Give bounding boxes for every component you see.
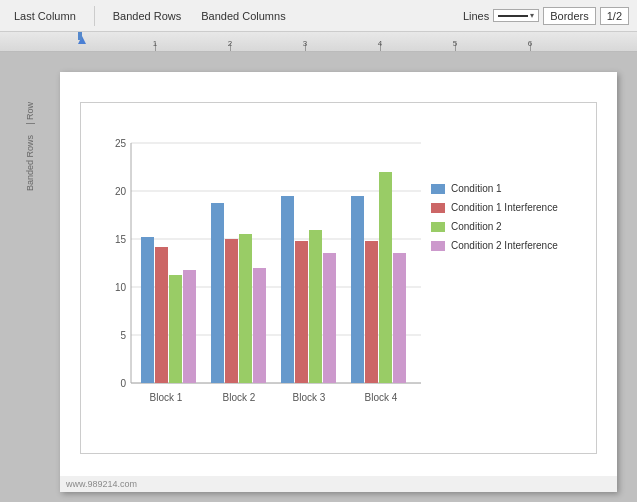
ruler-num-3: 3 [303,39,307,48]
y-label-15: 15 [115,234,127,245]
toolbar-banded-columns[interactable]: Banded Columns [195,8,291,24]
bar-b1-c1 [141,237,154,383]
legend-label-condition2: Condition 2 [451,221,502,232]
legend-item-condition1-interference: Condition 1 Interference [431,202,558,213]
chart-legend: Condition 1 Condition 1 Interference Con… [431,123,558,251]
ruler-indent-marker[interactable] [78,32,82,40]
y-label-5: 5 [120,330,126,341]
left-sidebar: | Row Banded Rows [0,52,60,502]
doc-page: 25 20 15 10 5 0 [60,72,617,492]
chart-svg-wrapper: 25 20 15 10 5 0 [91,123,586,423]
bar-b2-c2 [239,234,252,383]
y-label-25: 25 [115,138,127,149]
bar-b3-c1i [295,241,308,383]
toolbar-banded-rows[interactable]: Banded Rows [107,8,188,24]
ruler: 1 2 3 4 5 6 [0,32,637,52]
legend-item-condition2: Condition 2 [431,221,558,232]
x-label-block3: Block 3 [293,392,326,403]
chart-svg: 25 20 15 10 5 0 [91,123,421,423]
legend-label-condition1i: Condition 1 Interference [451,202,558,213]
toolbar-lines-group: Lines ▾ Borders 1/2 [463,7,629,25]
bar-b4-c1 [351,196,364,383]
toolbar: Last Column Banded Rows Banded Columns L… [0,0,637,32]
ruler-num-4: 4 [378,39,382,48]
ruler-num-6: 6 [528,39,532,48]
legend-swatch-condition1 [431,184,445,194]
toolbar-separator-1 [94,6,95,26]
toolbar-lines-dropdown[interactable]: ▾ [493,9,539,22]
bar-b2-c1i [225,239,238,383]
bar-b3-c1 [281,196,294,383]
bar-b4-c1i [365,241,378,383]
ruler-num-5: 5 [453,39,457,48]
toolbar-page-number: 1/2 [600,7,629,25]
x-label-block2: Block 2 [223,392,256,403]
y-label-20: 20 [115,186,127,197]
sidebar-row-label: | Row [25,102,35,125]
bar-b1-c2 [169,275,182,383]
legend-swatch-condition2i [431,241,445,251]
sidebar-banded-label: Banded Rows [25,135,35,191]
y-label-0: 0 [120,378,126,389]
bar-b1-c1i [155,247,168,383]
doc-area: | Row Banded Rows [0,52,637,502]
url-bar: www.989214.com [60,476,617,492]
y-label-10: 10 [115,282,127,293]
bar-b1-c2i [183,270,196,383]
ruler-num-2: 2 [228,39,232,48]
bar-b4-c2i [393,253,406,383]
legend-swatch-condition1i [431,203,445,213]
chart-container: 25 20 15 10 5 0 [80,102,597,454]
legend-label-condition1: Condition 1 [451,183,502,194]
x-label-block1: Block 1 [150,392,183,403]
bar-b2-c2i [253,268,266,383]
legend-item-condition2-interference: Condition 2 Interference [431,240,558,251]
chevron-down-icon: ▾ [530,11,534,20]
url-text: www.989214.com [66,479,137,489]
bar-b2-c1 [211,203,224,383]
legend-swatch-condition2 [431,222,445,232]
legend-label-condition2i: Condition 2 Interference [451,240,558,251]
lines-preview [498,15,528,17]
bar-b4-c2 [379,172,392,383]
bar-b3-c2i [323,253,336,383]
legend-item-condition1: Condition 1 [431,183,558,194]
ruler-num-1: 1 [153,39,157,48]
toolbar-lines-label: Lines [463,10,489,22]
x-label-block4: Block 4 [365,392,398,403]
toolbar-last-column[interactable]: Last Column [8,8,82,24]
toolbar-borders-button[interactable]: Borders [543,7,596,25]
bar-b3-c2 [309,230,322,383]
